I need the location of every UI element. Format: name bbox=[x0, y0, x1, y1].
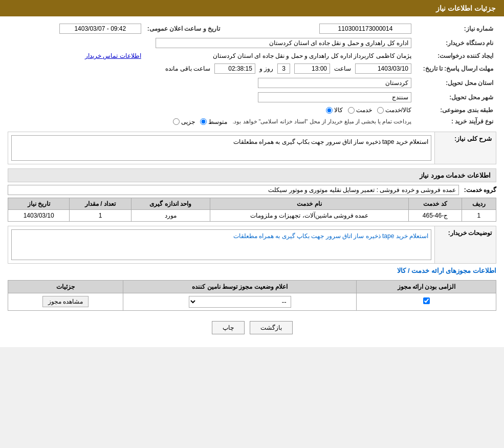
main-content: شماره نیاز: 1103001173000014 تاریخ و ساع… bbox=[0, 16, 504, 347]
service-group-row: گروه خدمت: عمده فروشی و خرده فروشی : تعم… bbox=[8, 185, 496, 195]
page-header: جزئیات اطلاعات نیاز bbox=[0, 0, 504, 16]
response-time-label: ساعت bbox=[334, 65, 351, 72]
delivery-city-value: سنندج bbox=[8, 90, 414, 104]
table-row: طبقه بندی موضوعی: کالا/خدمت خدمت bbox=[8, 104, 496, 116]
proc-middle-label: متوسط bbox=[208, 118, 227, 125]
table-row: 1ج-46-465عمده فروشی ماشین‌آلات، تجهیزات … bbox=[8, 209, 496, 221]
buyer-desc-value: استعلام خرید tape ذخیره ساز اتاق سرور جه… bbox=[8, 226, 435, 263]
page-title: جزئیات اطلاعات نیاز bbox=[436, 4, 496, 12]
request-info-table: شماره نیاز: 1103001173000014 تاریخ و ساع… bbox=[8, 22, 496, 127]
cell-date: 1403/03/10 bbox=[8, 209, 70, 221]
delivery-city-field: سنندج bbox=[258, 92, 411, 102]
buyer-desc-text: استعلام خرید tape ذخیره ساز اتاق سرور جه… bbox=[233, 232, 428, 240]
service-group-label: گروه خدمت: bbox=[464, 186, 496, 194]
response-date-field: 1403/03/10 bbox=[355, 63, 411, 74]
buyer-org-value: اداره کل راهداری و حمل و نقل جاده ای است… bbox=[8, 36, 414, 50]
creator-value: پژمان کاظمی کاربرداز اداره کل راهداری و … bbox=[144, 50, 414, 61]
buyer-desc-table: توضیحات خریدار: استعلام خرید tape ذخیره … bbox=[8, 226, 496, 264]
service-group-value: عمده فروشی و خرده فروشی : تعمیر وسایل نق… bbox=[8, 185, 459, 195]
col-required: الزامی بودن ارائه مجوز bbox=[357, 280, 496, 293]
col-status: اعلام وضعیت مجوز توسط نامین کننده bbox=[123, 280, 357, 293]
col-qty: تعداد / مقدار bbox=[70, 198, 131, 209]
contact-info-link[interactable]: اطلاعات تماس خریدار bbox=[85, 52, 141, 59]
col-details: جزئیات bbox=[8, 280, 123, 293]
announce-date-field: 1403/03/07 - 09:42 bbox=[59, 24, 141, 34]
table-header-row: الزامی بودن ارائه مجوز اعلام وضعیت مجوز … bbox=[8, 280, 496, 293]
delivery-province-field: کردستان bbox=[258, 78, 411, 88]
table-row: -- مشاهده مجوز bbox=[8, 293, 496, 310]
table-row: شماره نیاز: 1103001173000014 تاریخ و ساع… bbox=[8, 22, 496, 36]
contact-info-cell: اطلاعات تماس خریدار bbox=[8, 50, 144, 61]
delivery-province-label: استان محل تحویل: bbox=[414, 76, 496, 90]
cell-name: عمده فروشی ماشین‌آلات، تجهیزات و ملزومات bbox=[210, 209, 408, 221]
required-checkbox[interactable] bbox=[423, 297, 430, 304]
proc-text: پرداخت تمام یا بخشی از مبلغ خریدار از مح… bbox=[232, 118, 411, 125]
details-cell: مشاهده مجوز bbox=[8, 293, 123, 310]
services-section-title: اطلاعات خدمات مورد نیاز bbox=[8, 168, 496, 182]
response-days-value: 3 bbox=[277, 63, 290, 74]
table-row: نام دستگاه خریدار: اداره کل راهداری و حم… bbox=[8, 36, 496, 50]
licenses-section-title: اطلاعات مجوزهای ارائه خدمت / کالا bbox=[8, 264, 496, 278]
subject-type-label: طبقه بندی موضوعی: bbox=[414, 104, 496, 116]
buyer-org-label: نام دستگاه خریدار: bbox=[414, 36, 496, 50]
response-time-field: 13:00 bbox=[294, 63, 330, 74]
page-container: جزئیات اطلاعات نیاز شماره نیاز: 11030011… bbox=[0, 0, 504, 347]
buyer-desc-label: توضیحات خریدار: bbox=[435, 226, 496, 263]
view-license-button[interactable]: مشاهده مجوز bbox=[42, 296, 89, 307]
table-row: نوع فرآیند خرید : پرداخت تمام یا بخشی از… bbox=[8, 116, 496, 127]
response-days-label: روز و bbox=[259, 65, 273, 72]
status-cell: -- bbox=[123, 293, 357, 310]
cell-row: 1 bbox=[462, 209, 496, 221]
response-deadline-value: 1403/03/10 ساعت 13:00 3 روز و 02:38:15 س… bbox=[8, 61, 414, 76]
subject-option-kala[interactable]: کالا bbox=[326, 106, 343, 114]
proc-partial-radio[interactable] bbox=[173, 118, 180, 125]
req-number-label: شماره نیاز: bbox=[414, 22, 496, 36]
subject-option-khedmat[interactable]: خدمت bbox=[348, 106, 372, 114]
proc-type-value: پرداخت تمام یا بخشی از مبلغ خریدار از مح… bbox=[8, 116, 414, 127]
proc-option-middle[interactable]: متوسط bbox=[200, 118, 227, 125]
subject-kala-khedmat-radio[interactable] bbox=[377, 107, 384, 114]
cell-unit: مورد bbox=[131, 209, 210, 221]
announce-date-label: تاریخ و ساعت اعلان عمومی: bbox=[144, 22, 230, 36]
table-row: توضیحات خریدار: استعلام خرید tape ذخیره … bbox=[8, 226, 496, 263]
col-code: کد خدمت bbox=[409, 198, 462, 209]
col-date: تاریخ نیاز bbox=[8, 198, 70, 209]
need-desc-box: استعلام خرید tape ذخیره ساز اتاق سرور جه… bbox=[11, 135, 431, 161]
table-header-row: ردیف کد خدمت نام خدمت واحد اندازه گیری ت… bbox=[8, 198, 496, 209]
response-deadline-label: مهلت ارسال پاسخ: تا تاریخ: bbox=[414, 61, 496, 76]
subject-type-options: کالا/خدمت خدمت کالا bbox=[8, 104, 414, 116]
status-dropdown[interactable]: -- bbox=[189, 296, 291, 308]
proc-option-partial[interactable]: جزیی bbox=[173, 118, 195, 125]
response-remain-field: 02:38:15 bbox=[214, 63, 255, 74]
table-row: استان محل تحویل: کردستان bbox=[8, 76, 496, 90]
req-number-field: 1103001173000014 bbox=[319, 24, 411, 34]
proc-type-label: نوع فرآیند خرید : bbox=[414, 116, 496, 127]
subject-kala-radio[interactable] bbox=[326, 107, 333, 114]
response-remain-label: ساعت باقی مانده bbox=[165, 65, 210, 72]
services-table: ردیف کد خدمت نام خدمت واحد اندازه گیری ت… bbox=[8, 198, 496, 222]
col-row: ردیف bbox=[462, 198, 496, 209]
proc-partial-label: جزیی bbox=[181, 118, 195, 125]
cell-qty: 1 bbox=[70, 209, 131, 221]
subject-khedmat-radio[interactable] bbox=[348, 107, 355, 114]
need-desc-value: استعلام خرید tape ذخیره ساز اتاق سرور جه… bbox=[8, 132, 435, 164]
need-desc-label: شرح کلی نیاز: bbox=[435, 132, 496, 164]
buyer-org-field: اداره کل راهداری و حمل و نقل جاده ای است… bbox=[156, 38, 411, 48]
table-row: مهلت ارسال پاسخ: تا تاریخ: 1403/03/10 سا… bbox=[8, 61, 496, 76]
delivery-province-value: کردستان bbox=[8, 76, 414, 90]
proc-middle-radio[interactable] bbox=[200, 118, 207, 125]
subject-kala-label: کالا bbox=[334, 106, 343, 114]
delivery-city-label: شهر محل تحویل: bbox=[414, 90, 496, 104]
subject-option-kala-khedmat[interactable]: کالا/خدمت bbox=[377, 106, 411, 114]
cell-code: ج-46-465 bbox=[409, 209, 462, 221]
creator-text: پژمان کاظمی کاربرداز اداره کل راهداری و … bbox=[213, 52, 411, 59]
table-row: شهر محل تحویل: سنندج bbox=[8, 90, 496, 104]
back-button[interactable]: بازگشت bbox=[250, 321, 293, 334]
table-row: ایجاد کننده درخواست: پژمان کاظمی کاربردا… bbox=[8, 50, 496, 61]
print-button[interactable]: چاپ bbox=[212, 321, 245, 334]
col-unit: واحد اندازه گیری bbox=[131, 198, 210, 209]
col-name: نام خدمت bbox=[210, 198, 408, 209]
required-cell bbox=[357, 293, 496, 310]
licenses-table: الزامی بودن ارائه مجوز اعلام وضعیت مجوز … bbox=[8, 280, 496, 311]
req-number-value: 1103001173000014 bbox=[230, 22, 414, 36]
